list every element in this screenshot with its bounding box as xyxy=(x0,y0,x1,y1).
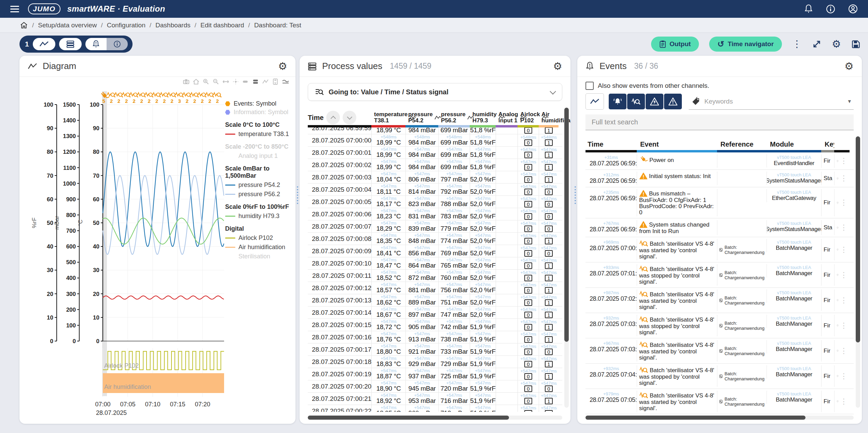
column-header[interactable]: Analoginput 1 xyxy=(496,108,518,127)
row-menu-icon[interactable]: ⋮ xyxy=(840,347,848,355)
fulltext-search-input[interactable]: Full text search xyxy=(585,114,854,130)
table-row[interactable]: 28.07.2025 07:00:18+547ms18,83 °C+547ms9… xyxy=(308,356,562,368)
zoom-in-icon[interactable] xyxy=(203,78,209,85)
batch-event-icon[interactable] xyxy=(153,93,161,97)
legend-series-item[interactable]: pressure P56.2 xyxy=(225,191,293,198)
panel-resize-handle[interactable] xyxy=(574,186,577,204)
table-row[interactable]: 28.07.2025 07:00:21+547ms18,92 °C+547ms9… xyxy=(308,393,562,405)
column-header[interactable]: humidityH79.3 xyxy=(470,108,496,127)
filter-alarms-button[interactable] xyxy=(609,94,626,109)
batch-event-icon[interactable] xyxy=(138,93,146,97)
table-row[interactable]: +932ms28.07.2025 07:03:02Batch 'sterilis… xyxy=(585,313,854,338)
batch-event-icon[interactable] xyxy=(183,93,191,97)
filter-power-events-button[interactable] xyxy=(646,94,663,109)
zoom-out-icon[interactable] xyxy=(212,78,219,85)
breadcrumb-item[interactable]: Configuration xyxy=(107,22,146,29)
row-menu-icon[interactable]: ⋮ xyxy=(840,322,848,329)
batch-event-icon[interactable] xyxy=(168,93,176,97)
legend-symbol-item[interactable]: Events: Symbol xyxy=(225,100,293,107)
legend-series-item[interactable]: humidity H79.3 xyxy=(225,213,293,220)
legend-series-item[interactable]: Sterilisation xyxy=(225,253,293,260)
table-row[interactable]: 28.07.2025 06:59:59+548ms18,99 °C+548ms9… xyxy=(308,127,562,134)
table-row[interactable]: 28.07.2025 07:00:00+548ms18,99 °C+548ms9… xyxy=(308,134,562,147)
time-navigator-button[interactable]: ↺ Time navigator xyxy=(709,37,782,52)
panel-resize-handle[interactable] xyxy=(296,186,299,204)
table-row[interactable]: +967ms28.07.2025 07:03:47Batch 'sterilis… xyxy=(585,338,854,364)
batch-event-icon[interactable] xyxy=(115,93,123,97)
tooltip-single-icon[interactable] xyxy=(242,78,249,85)
table-row[interactable]: 28.07.2025 07:00:20+547ms18,90 °C+547ms9… xyxy=(308,380,562,393)
column-header[interactable]: pressureP56.2 xyxy=(438,108,470,127)
reset-home-icon[interactable] xyxy=(193,78,199,85)
process-goto-select[interactable]: Going to: Value / Time / Status signal xyxy=(308,83,562,101)
more-options-icon[interactable]: ⋮ xyxy=(792,39,802,49)
table-row[interactable]: 28.07.2025 07:00:13+547ms18,62 °C+547ms8… xyxy=(308,294,562,307)
process-settings-gear-icon[interactable]: ⚙ xyxy=(553,61,562,71)
table-row[interactable]: 28.07.2025 07:00:01+547ms18,99 °C+547ms9… xyxy=(308,147,562,159)
table-row[interactable]: 28.07.2025 07:00:03+547ms18,04 °C+547ms8… xyxy=(308,171,562,184)
table-row[interactable]: 28.07.2025 07:00:06+547ms18,23 °C+547ms8… xyxy=(308,208,562,220)
table-row[interactable]: 28.07.2025 07:00:15+547ms18,72 °C+547ms9… xyxy=(308,319,562,331)
table-row[interactable]: 28.07.2025 07:00:12+547ms18,57 °C+547ms8… xyxy=(308,282,562,294)
batch-event-icon[interactable] xyxy=(191,93,199,97)
batch-event-icon[interactable] xyxy=(145,93,153,97)
batch-event-icon[interactable] xyxy=(107,93,115,97)
process-vertical-scrollbar[interactable] xyxy=(564,108,569,408)
column-header[interactable]: Airhumidificat xyxy=(539,108,559,127)
keywords-dropdown[interactable]: Keywords ▾ xyxy=(689,94,854,110)
menu-icon[interactable] xyxy=(10,6,19,12)
legend-series-item[interactable]: Analog input 1 xyxy=(225,152,293,160)
line-mode-icon[interactable] xyxy=(262,78,269,85)
table-row[interactable]: +987ms28.07.2025 07:02:17Batch 'sterilis… xyxy=(585,288,854,313)
pan-arrows-icon[interactable] xyxy=(222,78,229,85)
table-row[interactable]: +932ms28.07.2025 07:04:32Batch 'sterilis… xyxy=(585,364,854,389)
info-icon[interactable] xyxy=(826,4,835,14)
legend-series-item[interactable]: Air humidification xyxy=(225,244,293,251)
batch-event-icon[interactable] xyxy=(213,93,221,97)
table-row[interactable]: 28.07.2025 07:00:07+547ms18,29 °C+547ms8… xyxy=(308,220,562,233)
table-row[interactable]: 28.07.2025 07:00:11+547ms18,52 °C+547ms8… xyxy=(308,270,562,282)
filter-process-events-button[interactable] xyxy=(585,93,604,110)
breadcrumb-item[interactable]: Edit dashboard xyxy=(201,22,244,29)
snapshot-camera-icon[interactable] xyxy=(183,78,190,85)
column-header[interactable]: temperatureT38.1 xyxy=(371,108,405,127)
widget-toggle-info[interactable] xyxy=(107,38,128,50)
widget-toggle-events-info[interactable] xyxy=(85,38,128,50)
table-row[interactable]: 28.07.2025 07:00:02+547ms18,99 °C+547ms9… xyxy=(308,159,562,171)
legend-series-item[interactable]: pressure P54.2 xyxy=(225,181,293,189)
fullscreen-icon[interactable] xyxy=(812,39,822,49)
table-row[interactable]: 28.07.2025 07:00:22+547ms18,95 °C+547ms9… xyxy=(308,405,562,412)
axis-range-icon[interactable] xyxy=(272,78,279,85)
row-menu-icon[interactable]: ⋮ xyxy=(840,246,848,254)
home-icon[interactable] xyxy=(20,21,28,29)
legend-series-item[interactable]: temperature T38.1 xyxy=(225,131,293,138)
table-row[interactable]: 28.07.2025 07:00:19+547ms18,87 °C+547ms9… xyxy=(308,368,562,380)
breadcrumb-item[interactable]: Setup/data overview xyxy=(38,22,97,29)
table-row[interactable]: 28.07.2025 07:00:09+547ms18,41 °C+547ms8… xyxy=(308,245,562,257)
table-row[interactable]: +235ms28.07.2025 06:59:46Bus mismatch – … xyxy=(585,187,854,218)
account-icon[interactable] xyxy=(848,4,858,14)
table-row[interactable]: +767ms28.07.2025 06:59:59System status c… xyxy=(585,218,854,237)
filter-batch-events-button[interactable] xyxy=(627,94,645,109)
batch-event-icon[interactable] xyxy=(130,93,138,97)
widget-toggle-table[interactable] xyxy=(59,38,82,50)
sort-up-button[interactable] xyxy=(326,111,340,124)
table-row[interactable]: 28.07.2025 07:00:16+547ms18,76 °C+547ms9… xyxy=(308,331,562,343)
spike-cursor-icon[interactable] xyxy=(232,78,239,85)
widget-toggle-events[interactable] xyxy=(85,38,107,50)
table-row[interactable]: +312ms28.07.2025 06:59:30Initial system … xyxy=(585,170,854,187)
legend-symbol-item[interactable]: Information: Symbol xyxy=(225,109,293,116)
save-icon[interactable] xyxy=(851,40,860,49)
table-row[interactable]: +31ms28.07.2025 06:59:24Power onvT500 to… xyxy=(585,152,854,170)
table-row[interactable]: +931ms28.07.2025 07:06:02Batch 'sterilis… xyxy=(585,414,854,415)
table-row[interactable]: 28.07.2025 07:00:14+547ms18,67 °C+547ms8… xyxy=(308,307,562,319)
table-row[interactable]: +933ms28.07.2025 07:01:32Batch 'sterilis… xyxy=(585,262,854,288)
column-header[interactable]: AirlockP102 xyxy=(518,108,539,127)
filter-warnings-button[interactable] xyxy=(664,94,682,109)
autoscale-icon[interactable] xyxy=(282,78,289,85)
row-menu-icon[interactable]: ⋮ xyxy=(840,297,848,304)
events-settings-gear-icon[interactable]: ⚙ xyxy=(844,61,854,71)
table-row[interactable]: 28.07.2025 07:00:04+547ms18,11 °C+547ms8… xyxy=(308,184,562,196)
table-row[interactable]: +979ms28.07.2025 07:05:17Batch 'sterilis… xyxy=(585,389,854,414)
row-menu-icon[interactable]: ⋮ xyxy=(840,271,848,279)
